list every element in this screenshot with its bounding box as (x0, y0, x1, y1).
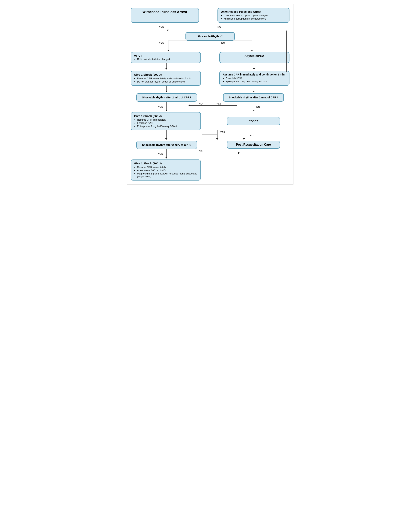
give1shock360-1-bullet-1: Resume CPR immediately (137, 118, 197, 121)
shockable-2min-left-box: Shockable rhythm after 2 min. of CPR? (136, 93, 197, 102)
arrow-right-no-down (254, 102, 254, 110)
arrow-vfvt-down (166, 63, 166, 69)
h-right-arm (206, 41, 252, 41)
give1shock360-2-bullet-1: Resume CPR immediately (137, 166, 197, 169)
yes-label-top: YES (159, 25, 164, 28)
arrowhead-right-no (253, 110, 255, 111)
shockable-2min-2-title: Shockable rhythm after 2 min. of CPR? (142, 143, 191, 146)
vfvt-asystole-row: VF/VT CPR until defibrillator charged As… (131, 52, 289, 63)
unwitnessed-bullet-1: CPR while setting up for rhythm analysis (224, 14, 286, 17)
shock200-resumecpr-row: Give 1 Shock (200 J) Resume CPR immediat… (131, 71, 289, 86)
rosc-title: ROSC? (249, 120, 258, 123)
arrowhead-yes-right-left (188, 104, 190, 107)
no-shockable: NO (221, 41, 225, 44)
connector-h-1 (206, 30, 253, 30)
give1shock200-bullets: Resume CPR immediately and continue for … (137, 77, 197, 83)
vfvt-title: VF/VT (134, 54, 142, 57)
arrow-shockable2-yes-down (166, 149, 166, 157)
no-left-label: NO (199, 102, 203, 105)
arrow-shock360-1-down (166, 130, 166, 139)
shockable2-postresus-row: Shockable rhythm after 2 min. of CPR? Po… (131, 141, 289, 149)
asystole-title: Asystole/PEA (244, 54, 264, 57)
asystole-pea-box: Asystole/PEA (219, 52, 289, 63)
shock360-rosc-row: Give 1 Shock (360 J) Resume CPR immediat… (131, 112, 289, 130)
unwitnessed-title: Unwitnessed Pulseless Arrest (221, 10, 286, 13)
left-loop-line (127, 74, 130, 188)
connector-row-7: YES NO (131, 149, 289, 159)
connector-row-1: NO YES (131, 23, 289, 32)
arrowhead-shockable2-yes (165, 157, 167, 159)
unwitnessed-arrest-box: Unwitnessed Pulseless Arrest CPR while s… (218, 8, 289, 23)
rosc-yes-v2 (217, 134, 218, 139)
page-wrapper: Witnessed Pulseless Arrest Unwitnessed P… (127, 4, 293, 185)
give1shock360-1-box: Give 1 Shock (360 J) Resume CPR immediat… (131, 112, 201, 130)
connector-row-5: YES NO NO YES (131, 102, 289, 112)
witnessed-title: Witnessed Pulseless Arrest (134, 10, 195, 14)
right-side-asystole-arrow (286, 31, 290, 72)
arrowhead-no-right (238, 152, 240, 154)
arrow-resumecpr-down (254, 86, 254, 91)
arrowhead-rosc-yes (216, 138, 218, 140)
arrowhead-vfvt (167, 50, 169, 51)
arrow-right-asystole (252, 41, 252, 50)
give1shock200-bullet-2: Do not wait for rhythm check or pulse ch… (137, 80, 197, 83)
no-left-v (197, 102, 197, 105)
connector-row-6: NO YES (131, 130, 289, 141)
give1shock200-box: Give 1 Shock (200 J) Resume CPR immediat… (131, 71, 201, 86)
give1shock360-2-bullet-2: Amiodarone 300 mg IV/IO (137, 169, 197, 172)
shockable-2min-right-box: Shockable rhythm after 2 min. of CPR? (223, 93, 284, 102)
give1shock360-2-bullet-3: Magnesium 2 grams IV/IO if Torsades high… (137, 172, 197, 178)
give1shock360-1-bullets: Resume CPR immediately Establish IV/IO E… (137, 118, 197, 128)
post-resuscitation-title: Post Resuscitation Care (236, 143, 271, 146)
resume-cpr-bullet-2: Epinephrine 1 mg IV/IO every 3-5 min. (226, 80, 286, 83)
give1shock200-bullet-1: Resume CPR immediately and continue for … (137, 77, 197, 80)
unwitnessed-bullet-2: Minimize interruptions in compressions (224, 17, 286, 20)
arrow-unwitnessed-down (253, 23, 253, 30)
yes-right-h (189, 105, 223, 106)
connector-row-2: YES NO (131, 41, 289, 52)
vfvt-bullets: CPR until defibrillator charged (137, 58, 197, 61)
arrow-asystole-down (254, 63, 254, 69)
resume-cpr-title: Resume CPR immediately and continue for … (223, 73, 286, 76)
arrowhead-asystole-down (253, 68, 255, 70)
arrow-left-yes-down (166, 102, 166, 110)
rosc-yes-h (202, 134, 218, 134)
arrowhead-shock360-1 (165, 138, 167, 140)
arrowhead-left-yes (165, 110, 167, 111)
give1shock360-1-bullet-3: Epinephrine 1 mg IV/IO every 3-5 min (137, 125, 197, 128)
rosc-yes-v (217, 130, 218, 134)
arrowhead-1 (167, 30, 169, 31)
arrowhead-vfvt-down (165, 68, 167, 70)
no-rosc-label: NO (250, 134, 254, 137)
give1shock360-1-title: Give 1 Shock (360 J) (134, 114, 197, 117)
yes-shockable: YES (159, 41, 164, 44)
vfvt-box: VF/VT CPR until defibrillator charged (131, 52, 201, 63)
give1shock360-2-title: Give 1 Shock (360 J) (134, 162, 197, 165)
give1shock200-title: Give 1 Shock (200 J) (134, 73, 197, 76)
arrowhead-resumecpr-down (253, 91, 255, 92)
arrowhead-shock200-down (165, 91, 167, 92)
yes-shockable2: YES (158, 153, 163, 155)
shockable2min-row: Shockable rhythm after 2 min. of CPR? Sh… (131, 93, 289, 102)
post-resuscitation-box: Post Resuscitation Care (227, 141, 280, 149)
rosc-box: ROSC? (227, 117, 280, 125)
no-label-top: NO (218, 25, 221, 28)
shockable-2min-right-title: Shockable rhythm after 2 min. of CPR? (229, 96, 278, 99)
no-right-2min: NO (256, 105, 260, 108)
shockable-2min-left-title: Shockable rhythm after 2 min. of CPR? (142, 96, 191, 99)
no-shockable2-label: NO (199, 150, 203, 153)
yes-rosc-label: YES (220, 131, 225, 134)
resume-cpr-bullet-1: Establish IV/IO (226, 77, 286, 80)
yes-right-v (223, 102, 223, 105)
arrowhead-rosc-no (243, 138, 245, 140)
vfvt-bullet-1: CPR until defibrillator charged (137, 58, 197, 61)
give1shock360-2-box: Give 1 Shock (360 J) Resume CPR immediat… (131, 159, 201, 180)
connector-row-3 (131, 63, 289, 71)
arrowhead-asystole (251, 50, 253, 51)
shockable-rhythm-row: Shockable Rhythm? (131, 32, 289, 41)
no-shockable2-h (197, 153, 239, 153)
give1shock360-1-bullet-2: Establish IV/IO (137, 122, 197, 124)
arrow-witnessed-down (168, 23, 168, 30)
connector-row-4 (131, 86, 289, 93)
arrow-shock200-down (166, 86, 166, 91)
